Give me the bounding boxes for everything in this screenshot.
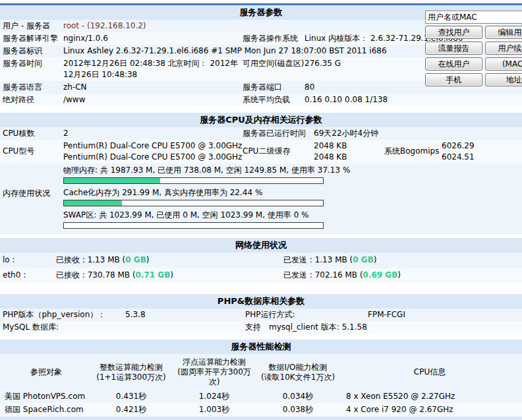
performance-table-header: 参照对象 整数运算能力检测 (1+1运算300万次) 浮点运算能力检测 (圆周率… [0,354,522,390]
panel-button[interactable]: 地址 [485,73,522,86]
section-gap [0,283,522,294]
section-title: 服务器性能检测 [231,342,291,351]
panel-button[interactable]: 用户续费 [485,42,522,55]
table-cell: 美国 PhotonVPS.com [0,391,92,402]
column-header-float: 浮点运算能力检测 (圆周率开平方300万 次) [170,357,258,387]
cpu-cache-value: 2048 KB 2048 KB [314,140,384,163]
row-mysql: MySQL 数据库: 支持 mysql_client 版本: 5.1.58 [0,321,522,334]
lo-received: 已接收 : 1.13 MB (0 GB) [56,255,283,266]
section-header-performance: 服务器性能检测 [0,340,522,354]
cpu-model-label: CPU型号 [0,140,63,157]
table-cell: 0.421秒 [92,404,170,415]
cache-memory-bar [63,200,324,206]
disk-label: 可用空间(磁盘区) [243,58,304,69]
section-title: 服务器CPU及内存相关运行参数 [200,115,322,125]
table-cell: 1.003秒 [170,404,258,415]
port-label: 服务器端口 [243,82,304,93]
section-header-cpu-memory: 服务器CPU及内存相关运行参数 [0,113,522,127]
ident-label: 服务器标识 [0,45,63,57]
php-version-label: PHP版本（php_version）： [0,309,125,320]
engine-label: 服务器解译引擎 [0,33,63,44]
column-header-io: 数据I/O能力检测 (读取10K文件1万次) [258,363,337,382]
section-gap [0,334,522,340]
table-cell: 8 x Xeon E5520 @ 2.27GHz [337,391,522,402]
panel-button[interactable]: 流量报告 [425,42,482,55]
server-status-page: 服务器参数 用户 - 服务器 root - (192.168.10.2) 服务器… [0,0,522,420]
lo-tx-text: 已发送 : 1.13 MB ( [283,255,353,264]
cpu-model-value: Pentium(R) Dual-Core CPU E5700 @ 3.00GHz… [63,140,243,163]
row-php-version: PHP版本（php_version）： 5.3.8 PHP运行方式: FPM-F… [0,309,522,321]
load-label: 系统平均负载 [243,94,304,105]
bogomips-label: 系统Bogomips [384,140,442,157]
uptime-value: 69天22小时4分钟 [314,128,522,139]
bogomips-value: 6026.29 6024.51 [442,140,522,163]
swap-memory-group: SWAP区: 共 1023.99 M, 已使用 0 M, 空闲 1023.99 … [63,210,522,229]
memory-bars: 物理内存: 共 1987.93 M, 已使用 738.08 M, 空闲 1249… [63,164,522,233]
path-label: 绝对路径 [0,94,63,105]
table-cell: 0.431秒 [92,391,170,402]
column-header-integer: 整数运算能力检测 (1+1运算300万次) [92,363,170,382]
row-cores-uptime: CPU核数 2 服务器已运行时间 69天22小时4分钟 [0,127,522,140]
lo-tx-gb: 0 GB [353,255,374,264]
memory-usage-label: 内存使用状况 [0,164,63,199]
row-cpu-model: CPU型号 Pentium(R) Dual-Core CPU E5700 @ 3… [0,140,522,164]
php-version-value: 5.3.8 [125,309,245,320]
table-cell: 1.024秒 [170,391,258,402]
eth0-rx-gb: 0.71 GB [136,270,171,280]
username-or-mac-input[interactable] [425,11,522,24]
table-cell: 0.038秒 [258,404,337,415]
eth0-tx-gb: 0.69 GB [363,270,398,280]
section-header-network: 网络使用状况 [0,238,522,253]
panel-button[interactable]: 查找用户 [425,26,482,39]
cpu-cache-label: CPU二级缓存 [243,140,314,157]
path-value: /www [63,94,243,105]
cache-memory-text: Cache化内存为 291.99 M, 真实内存使用率为 22.44 % [63,187,522,198]
php-mode-value: FPM-FCGI [368,309,522,320]
network-section: lo : 已接收 : 1.13 MB (0 GB) 已发送 : 1.13 MB … [0,253,522,283]
table-row: 美国 PhotonVPS.com0.431秒1.024秒0.034秒8 x Xe… [0,390,522,403]
table-cell: 德国 SpaceRich.com [0,404,92,415]
section-title: 服务器参数 [240,7,283,17]
lo-rx-close: ) [146,255,150,264]
panel-button[interactable]: 在线用户 [425,57,482,71]
row-path-load: 绝对路径 /www 系统平均负载 0.16 0.10 0.08 1/138 [0,94,522,106]
lo-rx-text: 已接收 : 1.13 MB ( [56,255,125,264]
cores-value: 2 [63,128,243,139]
mysql-client-value: 支持 mysql_client 版本: 5.1.58 [245,322,522,333]
performance-table-body: 美国 PhotonVPS.com0.431秒1.024秒0.034秒8 x Xe… [0,390,522,420]
row-lo: lo : 已接收 : 1.13 MB (0 GB) 已发送 : 1.13 MB … [0,253,522,268]
time-label: 服务器时间 [0,58,63,69]
physical-memory-group: 物理内存: 共 1987.93 M, 已使用 738.08 M, 空闲 1249… [63,165,522,184]
lo-interface-label: lo : [0,255,56,266]
cache-memory-fill [64,200,122,206]
physical-memory-fill [64,178,160,183]
section-title: PHP&数据库相关参数 [218,296,304,306]
lo-sent: 已发送 : 1.13 MB (0 GB) [283,255,522,266]
lang-label: 服务器语言 [0,82,63,93]
mysql-label: MySQL 数据库: [0,322,125,333]
table-cell: 4 x Core i7 920 @ 2.67GHz [337,404,522,415]
row-eth0: eth0 : 已接收 : 730.78 MB (0.71 GB) 已发送 : 7… [0,268,522,283]
section-title: 网络使用状况 [235,240,287,250]
physical-memory-bar [63,177,324,184]
eth0-tx-close: ) [397,270,401,280]
column-header-cpuinfo: CPU信息 [337,367,522,377]
swap-memory-bar [63,222,324,229]
footer-bar [0,417,522,420]
panel-button[interactable]: 手机 [425,73,482,86]
panel-buttons: 查找用户编辑用户流量报告用户续费在线用户(MAC,手机地址 [425,26,522,86]
cores-label: CPU核数 [0,128,63,139]
panel-button[interactable]: 编辑用户 [485,26,522,39]
php-mode-label: PHP运行方式: [245,309,368,320]
user-server-label: 用户 - 服务器 [0,20,63,32]
swap-memory-text: SWAP区: 共 1023.99 M, 已使用 0 M, 空闲 1023.99 … [63,210,522,221]
time-value: 2012年12月26日 02:48:38 北京时间： 2012年12月26日 1… [63,58,243,80]
eth0-tx-text: 已发送 : 702.16 MB ( [283,270,363,280]
row-memory-usage: 内存使用状况 物理内存: 共 1987.93 M, 已使用 738.08 M, … [0,164,522,234]
load-value: 0.16 0.10 0.08 1/138 [304,94,522,105]
lo-rx-gb: 0 GB [125,255,146,264]
user-lookup-panel: 查找用户编辑用户流量报告用户续费在线用户(MAC,手机地址 [425,11,522,86]
os-label: 服务器操作系统 [243,33,304,44]
cache-memory-group: Cache化内存为 291.99 M, 真实内存使用率为 22.44 % [63,187,522,206]
panel-button[interactable]: (MAC, [485,57,522,71]
